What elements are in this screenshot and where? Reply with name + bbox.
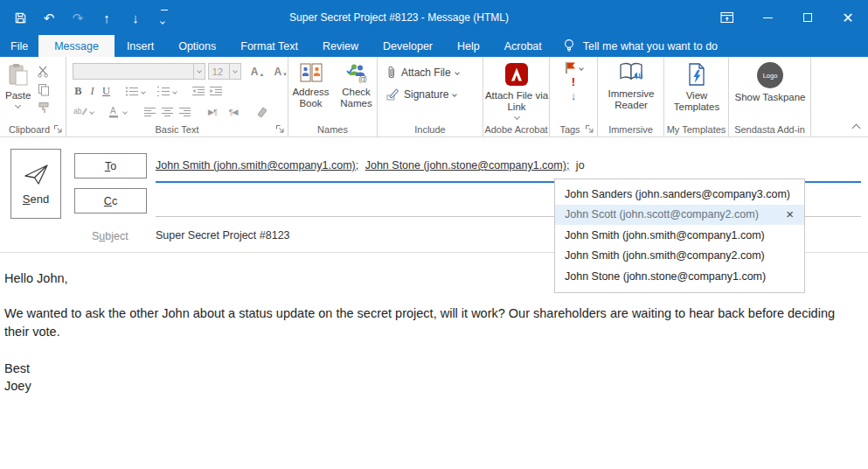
group-clipboard: Paste Clipboard xyxy=(0,57,66,136)
remove-suggestion-icon[interactable]: × xyxy=(786,207,794,220)
svg-text:@: @ xyxy=(358,74,367,83)
tab-developer[interactable]: Developer xyxy=(371,35,445,57)
autocomplete-item[interactable]: John Stone (john.stone@company1.com) xyxy=(555,266,804,287)
tab-review[interactable]: Review xyxy=(310,35,371,57)
align-center-icon[interactable] xyxy=(160,105,175,119)
font-color-icon[interactable]: A xyxy=(106,105,121,119)
group-tags: ! ↓ Tags xyxy=(550,57,598,136)
minimize-button[interactable] xyxy=(747,0,788,35)
signature-button[interactable]: Signature xyxy=(386,88,483,101)
sendasta-group-label: Sendasta Add-in xyxy=(729,124,810,135)
numbering-icon[interactable] xyxy=(156,85,170,99)
underline-button[interactable]: U xyxy=(101,85,112,98)
window-controls: ✕ xyxy=(707,0,868,35)
text-highlight-icon[interactable]: ab xyxy=(73,105,87,119)
immersive-reader-button[interactable]: Immersive Reader xyxy=(598,57,664,111)
collapse-ribbon-icon[interactable] xyxy=(852,124,861,133)
chevron-down-icon xyxy=(141,89,146,94)
align-left-icon[interactable] xyxy=(142,105,157,119)
redo-icon[interactable]: ↷ xyxy=(70,10,86,25)
maximize-button[interactable] xyxy=(788,0,828,35)
to-field[interactable]: John Smith (john.smith@company1.com); Jo… xyxy=(156,159,859,172)
send-icon xyxy=(22,163,50,186)
view-templates-button[interactable]: View Templates xyxy=(664,57,729,113)
chevron-down-icon xyxy=(513,114,519,120)
tab-options[interactable]: Options xyxy=(166,35,228,57)
ribbon-display-options-icon[interactable] xyxy=(707,0,747,35)
send-button[interactable]: Send xyxy=(10,149,61,219)
save-icon[interactable] xyxy=(12,10,28,25)
tab-format-text[interactable]: Format Text xyxy=(228,35,310,57)
high-importance-button[interactable]: ! xyxy=(572,77,575,88)
low-importance-button[interactable]: ↓ xyxy=(571,90,577,102)
chevron-down-icon xyxy=(15,102,21,108)
chevron-down-icon xyxy=(453,92,458,97)
signature-label: Signature xyxy=(404,88,448,101)
tab-acrobat[interactable]: Acrobat xyxy=(492,35,554,57)
to-recipient[interactable]: John Stone (john.stone@company1.com); xyxy=(365,159,570,172)
autocomplete-item[interactable]: John Sanders (john.sanders@company3.com) xyxy=(555,184,804,205)
autocomplete-item[interactable]: John Smith (john.smith@company1.com) xyxy=(555,225,804,246)
tab-file[interactable]: File xyxy=(0,35,38,57)
dialog-launcher-icon[interactable] xyxy=(275,124,285,134)
follow-up-button[interactable] xyxy=(565,61,583,74)
dialog-launcher-icon[interactable] xyxy=(53,124,63,134)
bullets-icon[interactable] xyxy=(124,85,139,99)
chevron-down-icon xyxy=(193,64,205,79)
names-group-label: Names xyxy=(288,124,377,135)
subject-field[interactable]: Super Secret Project #8123 xyxy=(156,229,290,242)
immersive-group-label: Immersive xyxy=(598,124,663,135)
clear-formatting-icon[interactable] xyxy=(255,105,270,119)
left-to-right-icon[interactable]: ▶¶ xyxy=(208,108,217,116)
autocomplete-item-selected[interactable]: John Scott (john.scott@company2.com) × xyxy=(555,205,804,226)
show-taskpane-button[interactable]: Logo Show Taskpane xyxy=(729,57,811,103)
paste-label: Paste xyxy=(5,90,31,102)
tell-me-box[interactable]: Tell me what you want to do xyxy=(554,35,726,57)
check-names-icon: @ xyxy=(345,62,368,83)
body-closing: Best xyxy=(4,360,30,378)
increase-indent-icon[interactable] xyxy=(208,85,223,99)
dialog-launcher-icon[interactable] xyxy=(585,124,594,134)
cut-icon[interactable] xyxy=(36,64,51,78)
acrobat-icon xyxy=(504,62,529,87)
body-greeting: Hello John, xyxy=(4,270,68,288)
paste-button[interactable]: Paste xyxy=(5,60,31,115)
chevron-down-icon xyxy=(122,109,128,115)
cc-button[interactable]: Cc xyxy=(74,188,147,214)
attach-file-label: Attach File xyxy=(401,66,451,79)
grow-font-button[interactable]: A▲ xyxy=(251,66,265,77)
tab-message[interactable]: Message xyxy=(38,35,115,57)
undo-icon[interactable]: ↶ xyxy=(41,10,57,25)
right-to-left-icon[interactable]: ¶◀ xyxy=(229,108,238,116)
view-templates-icon xyxy=(686,62,707,87)
italic-button[interactable]: I xyxy=(87,85,98,98)
shrink-font-button[interactable]: A▼ xyxy=(274,66,288,77)
tab-help[interactable]: Help xyxy=(445,35,492,57)
addin-logo-icon: Logo xyxy=(757,62,783,88)
font-name-combo[interactable] xyxy=(73,63,205,80)
align-right-icon[interactable] xyxy=(177,105,192,119)
attach-via-link-button[interactable]: Attach File via Link xyxy=(483,57,550,119)
send-label: Send xyxy=(23,192,49,206)
autocomplete-item[interactable]: John Smith (john.smith@company2.com) xyxy=(555,246,804,267)
font-size-combo[interactable]: 12 xyxy=(208,63,241,80)
attach-file-button[interactable]: Attach File xyxy=(386,65,483,80)
decrease-indent-icon[interactable] xyxy=(191,85,205,99)
close-button[interactable]: ✕ xyxy=(828,0,868,35)
titlebar: ↶ ↷ ↑ ↓ Super Secret Project #8123 - Mes… xyxy=(0,0,868,35)
group-immersive: Immersive Reader Immersive xyxy=(598,57,664,136)
my-templates-group-label: My Templates xyxy=(664,124,728,135)
to-button[interactable]: To xyxy=(74,153,147,178)
to-recipient[interactable]: John Smith (john.smith@company1.com); xyxy=(156,159,358,172)
chevron-down-icon xyxy=(579,66,584,71)
subject-label: Subject xyxy=(92,230,128,242)
group-names: Address Book @ Check Names Names xyxy=(288,57,378,136)
chevron-down-icon xyxy=(172,89,177,94)
format-painter-icon[interactable] xyxy=(36,101,51,115)
paperclip-icon xyxy=(386,65,397,80)
group-basic-text: 12 A▲ A▼ B I U xyxy=(66,57,288,136)
bold-button[interactable]: B xyxy=(73,85,84,98)
tab-insert[interactable]: Insert xyxy=(115,35,166,57)
immersive-reader-icon xyxy=(617,62,645,85)
copy-icon[interactable] xyxy=(36,82,51,96)
